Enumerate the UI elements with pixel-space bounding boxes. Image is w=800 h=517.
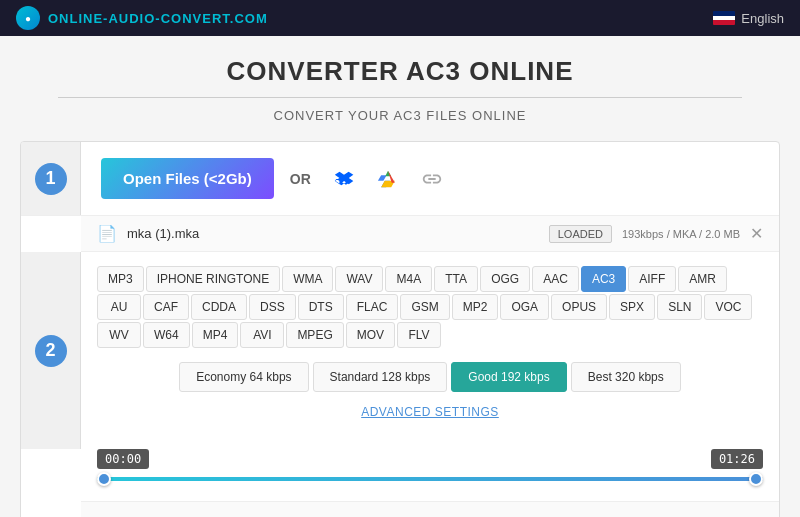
quality-btn-best-320-kbps[interactable]: Best 320 kbps [571, 362, 681, 392]
slider-thumb-left[interactable] [97, 472, 111, 486]
dropbox-button[interactable] [327, 162, 361, 196]
language-label: English [741, 11, 784, 26]
format-btn-wv[interactable]: WV [97, 322, 141, 348]
divider [58, 97, 742, 98]
format-btn-opus[interactable]: OPUS [551, 294, 607, 320]
format-btn-w64[interactable]: W64 [143, 322, 190, 348]
main-content: CONVERTER AC3 ONLINE CONVERT YOUR AC3 FI… [10, 36, 790, 517]
step1-row: 1 Open Files (<2Gb) OR [21, 142, 779, 216]
language-selector[interactable]: English [713, 11, 784, 26]
format-btn-oga[interactable]: OGA [500, 294, 549, 320]
format-btn-au[interactable]: AU [97, 294, 141, 320]
google-drive-button[interactable] [371, 162, 405, 196]
timeline-section: 00:00 01:26 [81, 449, 779, 501]
format-btn-wma[interactable]: WMA [282, 266, 333, 292]
step1-content: Open Files (<2Gb) OR [81, 142, 779, 215]
format-btn-voc[interactable]: VOC [704, 294, 752, 320]
advanced-settings-link[interactable]: ADVANCED SETTINGS [97, 404, 763, 419]
step1-circle: 1 [35, 163, 67, 195]
remove-file-button[interactable]: ✕ [750, 224, 763, 243]
file-meta: 193kbps / MKA / 2.0 MB [622, 228, 740, 240]
page-subtitle: CONVERT YOUR AC3 FILES ONLINE [20, 108, 780, 123]
format-btn-flac[interactable]: FLAC [346, 294, 399, 320]
format-btn-flv[interactable]: FLV [397, 322, 441, 348]
format-btn-sln[interactable]: SLN [657, 294, 702, 320]
format-btn-iphone_ringtone[interactable]: IPHONE RINGTONE [146, 266, 280, 292]
file-name: mka (1).mka [127, 226, 539, 241]
sound-options: Sound options Bitrate Constant 64 kbps12… [81, 501, 779, 517]
file-icon: 📄 [97, 224, 117, 243]
format-btn-mpeg[interactable]: MPEG [286, 322, 343, 348]
or-label: OR [290, 171, 311, 187]
quality-btn-good-192-kbps[interactable]: Good 192 kbps [451, 362, 566, 392]
logo: ● ONLINE-AUDIO-CONVERT.COM [16, 6, 268, 30]
page-title: CONVERTER AC3 ONLINE [20, 56, 780, 87]
step2-circle: 2 [35, 335, 67, 367]
quality-row: Economy 64 kbpsStandard 128 kbpsGood 192… [97, 362, 763, 392]
format-btn-m4a[interactable]: M4A [385, 266, 432, 292]
format-btn-tta[interactable]: TTA [434, 266, 478, 292]
logo-text: ONLINE-AUDIO-CONVERT.COM [48, 11, 268, 26]
format-btn-spx[interactable]: SPX [609, 294, 655, 320]
quality-btn-economy-64-kbps[interactable]: Economy 64 kbps [179, 362, 308, 392]
time-labels: 00:00 01:26 [97, 449, 763, 469]
start-time: 00:00 [97, 449, 149, 469]
format-btn-cdda[interactable]: CDDA [191, 294, 247, 320]
logo-icon: ● [16, 6, 40, 30]
format-btn-aiff[interactable]: AIFF [628, 266, 676, 292]
flag-icon [713, 11, 735, 25]
slider-thumb-right[interactable] [749, 472, 763, 486]
format-btn-dts[interactable]: DTS [298, 294, 344, 320]
loaded-badge: LOADED [549, 225, 612, 243]
format-btn-ac3[interactable]: AC3 [581, 266, 626, 292]
step2-content: MP3IPHONE RINGTONEWMAWAVM4ATTAOGGAACAC3A… [81, 252, 779, 449]
converter-card: 1 Open Files (<2Gb) OR [20, 141, 780, 517]
format-btn-caf[interactable]: CAF [143, 294, 189, 320]
end-time: 01:26 [711, 449, 763, 469]
open-files-button[interactable]: Open Files (<2Gb) [101, 158, 274, 199]
format-btn-mp2[interactable]: MP2 [452, 294, 499, 320]
quality-btn-standard-128-kbps[interactable]: Standard 128 kbps [313, 362, 448, 392]
format-btn-gsm[interactable]: GSM [400, 294, 449, 320]
format-btn-ogg[interactable]: OGG [480, 266, 530, 292]
format-grid: MP3IPHONE RINGTONEWMAWAVM4ATTAOGGAACAC3A… [97, 266, 763, 348]
step2-row: 2 MP3IPHONE RINGTONEWMAWAVM4ATTAOGGAACAC… [21, 252, 779, 449]
timeline-slider[interactable] [97, 477, 763, 481]
cloud-icons [327, 162, 449, 196]
slider-fill [97, 477, 763, 481]
format-btn-dss[interactable]: DSS [249, 294, 296, 320]
format-btn-mp3[interactable]: MP3 [97, 266, 144, 292]
header: ● ONLINE-AUDIO-CONVERT.COM English [0, 0, 800, 36]
file-row: 📄 mka (1).mka LOADED 193kbps / MKA / 2.0… [81, 216, 779, 252]
link-button[interactable] [415, 162, 449, 196]
format-btn-mp4[interactable]: MP4 [192, 322, 239, 348]
format-btn-avi[interactable]: AVI [240, 322, 284, 348]
step2-number: 2 [21, 252, 81, 449]
advanced-settings-anchor[interactable]: ADVANCED SETTINGS [361, 405, 499, 419]
step1-number: 1 [21, 142, 81, 215]
format-btn-amr[interactable]: AMR [678, 266, 727, 292]
format-btn-wav[interactable]: WAV [335, 266, 383, 292]
format-btn-aac[interactable]: AAC [532, 266, 579, 292]
format-btn-mov[interactable]: MOV [346, 322, 395, 348]
